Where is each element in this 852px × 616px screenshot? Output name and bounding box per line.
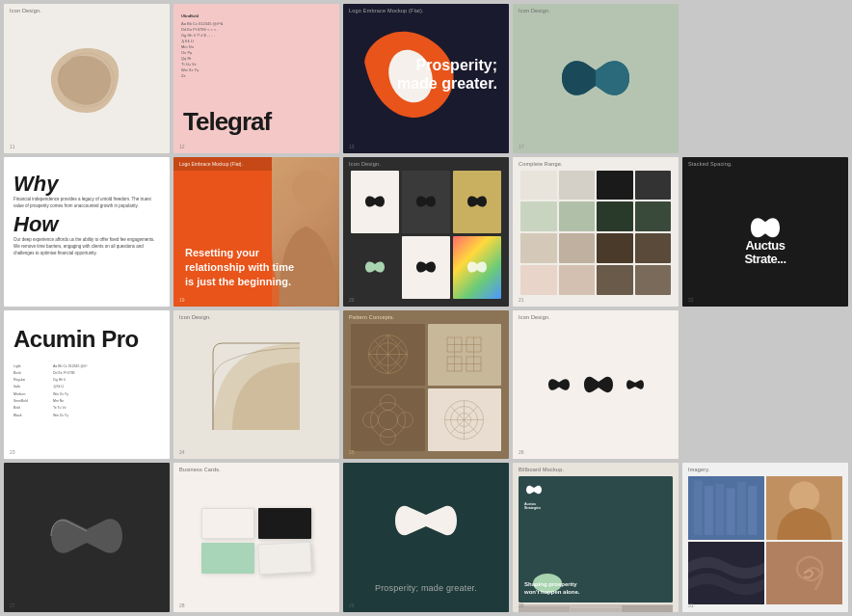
swatch-11 (597, 233, 633, 263)
card-logo-embrace-orange: Logo Embrace Mockup (Flat). Resetting yo… (173, 157, 339, 307)
how-heading: How (13, 213, 58, 236)
page-num-acumin: 23 (10, 449, 15, 455)
bowtie-3d-shape (547, 40, 644, 117)
card-acumin: Acumin Pro LightAa Bb Cc 012345 @#^ Book… (4, 310, 170, 460)
facade-1 (519, 606, 570, 612)
svg-point-18 (370, 403, 405, 438)
quarter-circle-area (181, 324, 332, 450)
icon-cell-6 (453, 236, 501, 299)
svg-rect-36 (737, 482, 746, 535)
swatch-5 (520, 201, 557, 231)
pattern-cell-1 (351, 324, 425, 387)
pattern-grid (351, 324, 501, 452)
img-cell-1 (688, 476, 764, 539)
card-label-bc: Business Cards. (179, 467, 221, 472)
svg-rect-33 (705, 486, 713, 535)
card-business-cards: Business Cards. 28 (173, 463, 339, 612)
page-num-icon4: 26 (519, 449, 524, 455)
bowtie-icon-2 (413, 191, 439, 212)
bowtie-icon-4 (361, 256, 388, 278)
swatch-13 (520, 265, 557, 295)
embrace-text: Resetting your relationship with time is… (185, 246, 301, 289)
blob-shape (43, 43, 130, 121)
bowtie-icon-3 (464, 191, 491, 212)
bc-row-1 (201, 508, 311, 539)
img-cell-4 (766, 542, 842, 604)
card-label-4: Icon Design. (519, 8, 550, 13)
page-num-2: 12 (179, 144, 185, 149)
page-num-3: 13 (349, 144, 355, 149)
page-num-range: 21 (519, 297, 524, 303)
pattern-cell-3 (351, 388, 425, 451)
swatch-7 (597, 201, 633, 231)
svg-rect-35 (727, 489, 735, 536)
svg-rect-32 (694, 481, 703, 535)
icon-cell-3 (453, 171, 501, 233)
card-label-auctus: Stacked Spacing. (688, 161, 732, 167)
card-prosperity-hero: Logo Embrace Mockup (Flat). Prosperity;m… (343, 4, 509, 153)
how-body: Our deep experience affords us the abili… (13, 236, 160, 257)
white-bowtie-svg (387, 490, 465, 551)
bowtie-tiny (624, 375, 647, 394)
card-label-bill: Billboard Mockup. (519, 467, 564, 472)
bc-2 (258, 508, 311, 539)
swatch-16 (635, 265, 672, 295)
page-num-4: 17 (519, 144, 524, 149)
pattern-svg-4 (438, 393, 491, 446)
page-num-orange: 19 (179, 297, 185, 303)
card-telegraf: UltraBold Aa Bb Cc 012345 @#^&Dd Ee Ff 6… (173, 4, 339, 153)
page-num-pd: 29 (349, 603, 355, 608)
page-num-bc: 28 (179, 603, 185, 608)
img-svg-1 (688, 476, 764, 539)
card-billboard: Billboard Mockup. AuctusStrategies Shapi… (513, 463, 679, 612)
swatch-4 (635, 171, 672, 201)
bc-3 (201, 543, 254, 574)
icon-cell-5 (402, 236, 450, 299)
color-grid (520, 171, 671, 295)
card-label-icon4: Icon Design. (519, 314, 550, 320)
card-icon-grid: Icon Design. (343, 157, 509, 307)
swatch-14 (559, 265, 596, 295)
page-num-grid: 20 (349, 297, 355, 303)
icon-grid-inner (351, 171, 501, 299)
auctus-name: AuctusStrate... (744, 239, 785, 267)
bowtie-icon-1 (361, 191, 388, 212)
card-icon-design-1: Icon Design. 11 (4, 4, 170, 153)
bill-logo: AuctusStrategies (524, 482, 544, 510)
3d-bowtie (43, 502, 130, 574)
facade-3 (622, 605, 673, 612)
billboard-content: AuctusStrategies Shaping prosperitywon't… (519, 476, 673, 603)
bc-content (179, 476, 333, 604)
swatch-9 (520, 233, 557, 263)
pattern-cell-2 (428, 324, 502, 387)
why-body: Financial independence provides a legacy… (13, 196, 160, 209)
card-icon-design-4: Icon Design. 26 (513, 310, 679, 460)
building-facade (519, 604, 673, 612)
bill-logo-svg (524, 482, 544, 497)
card-label-pattern: Pattern Concepts. (349, 314, 394, 320)
card-3d-shape: 27 (4, 463, 170, 612)
pattern-svg-2 (438, 328, 491, 381)
img-cell-2 (766, 476, 842, 539)
img-svg-4 (766, 542, 842, 604)
icon-cell-4 (351, 236, 399, 299)
card-prosperity-dark: Prosperity; made greater. 29 (343, 463, 509, 612)
bowtie-3d-svg (547, 40, 644, 117)
page-num-auctus: 22 (688, 297, 694, 303)
orange-card-label: Logo Embrace Mockup (Flat). (179, 161, 243, 167)
pattern-svg-1 (361, 328, 414, 381)
img-svg-2 (766, 476, 842, 539)
bc-4 (257, 541, 312, 575)
pattern-svg-3 (361, 393, 414, 446)
billboard-text: Shaping prosperitywon't happen alone. (524, 581, 579, 597)
swatch-3 (597, 171, 633, 201)
type-specs-left: UltraBold Aa Bb Cc 012345 @#^&Dd Ee Ff 6… (181, 13, 223, 79)
bc-row-2 (201, 543, 311, 574)
main-grid: Icon Design. 11 UltraBold Aa Bb Cc 01234… (0, 0, 852, 616)
quarter-circle-svg (203, 334, 309, 440)
page-num-icon3: 24 (179, 449, 185, 455)
card-icon-design-3: Icon Design. 24 (173, 310, 339, 460)
card-auctus: Stacked Spacing. AuctusStrate... 22 (682, 157, 848, 307)
img-svg-3 (688, 542, 764, 604)
bowtie-icon-5 (413, 256, 439, 278)
